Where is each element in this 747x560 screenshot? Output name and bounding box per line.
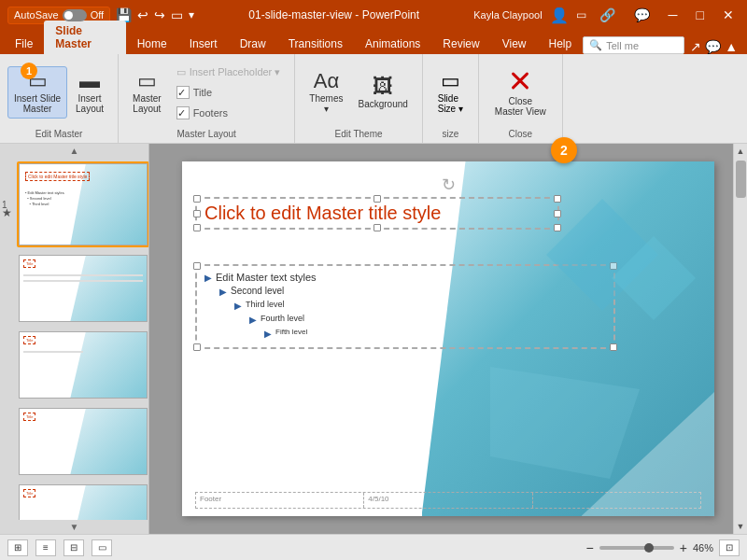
- bullet-text-1: Edit Master text styles: [216, 272, 317, 283]
- ribbon-group-edit-theme: Aα Themes ▾ 🖼 Background Edit Theme: [295, 54, 423, 143]
- bullet-arrow-3: ▶: [234, 301, 242, 311]
- star-icon-1: ★: [2, 206, 12, 219]
- tab-insert[interactable]: Insert: [178, 34, 229, 54]
- comments-button[interactable]: 💬: [628, 6, 655, 24]
- zoom-slider-track[interactable]: [599, 546, 674, 550]
- tab-draw[interactable]: Draw: [229, 34, 277, 54]
- slide-panel-item-5[interactable]: Title: [17, 483, 145, 520]
- autosave-toggle[interactable]: [63, 9, 87, 21]
- handle-ml[interactable]: [193, 210, 201, 217]
- footers-checkbox[interactable]: [176, 106, 190, 119]
- footer-center: 4/5/10: [364, 493, 532, 508]
- undo-icon[interactable]: ↩: [137, 7, 148, 22]
- title-bar-right: Kayla Claypool 👤 ▭ 🔗 💬 ─ □ ✕: [473, 6, 740, 24]
- tab-help[interactable]: Help: [538, 34, 584, 54]
- master-layout-button[interactable]: ▭ MasterLayout: [126, 66, 168, 119]
- customize-icon[interactable]: ▾: [189, 8, 194, 21]
- search-placeholder: Tell me: [606, 40, 639, 51]
- slide-panel-item-4[interactable]: Title: [17, 406, 145, 477]
- handle-br[interactable]: [554, 224, 561, 231]
- share-button[interactable]: 🔗: [594, 6, 621, 24]
- callout-badge-1: 1: [21, 63, 37, 79]
- account-icon[interactable]: 👤: [550, 7, 569, 24]
- insert-slide-master-wrap: 1 ▭ Insert SlideMaster: [7, 66, 67, 119]
- scrollbar-right: ▲ ▼: [733, 144, 747, 534]
- bullet-level5: ▶ Fifth level: [264, 328, 606, 339]
- panel-scroll-up[interactable]: ▲: [0, 144, 148, 158]
- handle-tl[interactable]: [193, 195, 201, 203]
- fit-slide-button[interactable]: ⊡: [719, 539, 740, 556]
- title-checkbox-label: Title: [193, 87, 212, 98]
- background-button[interactable]: 🖼 Background: [351, 72, 414, 114]
- rotate-handle[interactable]: ↻: [442, 175, 456, 195]
- tab-slide-master[interactable]: Slide Master: [44, 21, 125, 54]
- handle-tm[interactable]: [374, 195, 381, 203]
- close-button[interactable]: ✕: [717, 6, 740, 24]
- content-handle-bl[interactable]: [193, 343, 201, 351]
- content-handle-tl[interactable]: [193, 262, 201, 270]
- title-checkbox-row[interactable]: Title: [170, 83, 288, 102]
- autosave-label: AutoSave: [14, 9, 59, 21]
- themes-button[interactable]: Aα Themes ▾: [303, 66, 349, 119]
- master-layout-label: MasterLayout: [133, 93, 162, 114]
- footer-left: Footer: [196, 493, 364, 508]
- title-checkbox[interactable]: [176, 86, 190, 99]
- handle-bl[interactable]: [193, 224, 201, 231]
- panel-scroll-down[interactable]: ▼: [0, 520, 148, 534]
- zoom-minus-button[interactable]: −: [586, 540, 594, 555]
- maximize-button[interactable]: □: [691, 6, 710, 24]
- slide-thumb-3[interactable]: Title: [17, 329, 149, 400]
- slide-size-icon: ▭: [441, 71, 460, 91]
- close-master-view-button[interactable]: CloseMaster View: [486, 63, 555, 121]
- slide-size-label: SlideSize ▾: [438, 93, 463, 114]
- insert-layout-label: InsertLayout: [76, 93, 104, 114]
- tab-home[interactable]: Home: [126, 34, 178, 54]
- size-content: ▭ SlideSize ▾: [431, 58, 470, 127]
- slide-panel-item-3[interactable]: Title: [17, 329, 145, 400]
- slide-size-button[interactable]: ▭ SlideSize ▾: [431, 66, 470, 119]
- callout-badge-2: 2: [551, 137, 577, 163]
- slide-thumb-5[interactable]: Title: [17, 483, 149, 520]
- search-box[interactable]: 🔍 Tell me: [583, 36, 684, 54]
- normal-view-button[interactable]: ⊞: [7, 539, 28, 556]
- comments-ribbon-icon[interactable]: 💬: [705, 39, 721, 54]
- scroll-thumb[interactable]: [736, 161, 746, 198]
- slide-panel: 1 ★ Click to edit Master title style • E…: [0, 158, 149, 520]
- slide-thumb-4[interactable]: Title: [17, 406, 149, 477]
- scroll-down-button[interactable]: ▼: [734, 519, 747, 534]
- tab-file[interactable]: File: [4, 34, 44, 54]
- insert-slide-master-button[interactable]: ▭ Insert SlideMaster: [7, 66, 67, 119]
- tab-view[interactable]: View: [491, 34, 538, 54]
- tab-animations[interactable]: Animations: [354, 34, 431, 54]
- content-placeholder[interactable]: ▶ Edit Master text styles ▶ Second level…: [195, 264, 615, 349]
- slide-sorter-button[interactable]: ⊟: [63, 539, 84, 556]
- slide-thumb-1[interactable]: Click to edit Master title style • Edit …: [17, 161, 149, 247]
- slide-panel-item-1[interactable]: 1 ★ Click to edit Master title style • E…: [4, 161, 145, 247]
- outline-view-button[interactable]: ≡: [35, 539, 56, 556]
- present-icon[interactable]: ▭: [171, 7, 183, 22]
- footers-checkbox-row[interactable]: Footers: [170, 104, 288, 122]
- ribbon-toggle-icon[interactable]: ▭: [576, 8, 586, 21]
- tab-review[interactable]: Review: [431, 34, 490, 54]
- slide-panel-item-2[interactable]: Title: [17, 253, 145, 324]
- scroll-up-button[interactable]: ▲: [734, 144, 747, 159]
- handle-tr[interactable]: [554, 195, 561, 203]
- zoom-slider-thumb[interactable]: [644, 543, 654, 553]
- handle-bm[interactable]: [374, 224, 381, 231]
- ribbon-expand-icon[interactable]: ▲: [725, 39, 738, 54]
- zoom-plus-button[interactable]: +: [680, 540, 687, 555]
- handle-mr[interactable]: [554, 210, 561, 217]
- background-icon: 🖼: [373, 77, 393, 97]
- tab-transitions[interactable]: Transitions: [277, 34, 354, 54]
- minimize-button[interactable]: ─: [663, 6, 684, 24]
- redo-icon[interactable]: ↪: [154, 7, 165, 22]
- share-ribbon-icon[interactable]: ↗: [690, 39, 701, 54]
- slide-thumb-2[interactable]: Title: [17, 253, 149, 324]
- insert-layout-button[interactable]: ▬ InsertLayout: [69, 66, 110, 119]
- insert-placeholder-button: ▭ Insert Placeholder ▾: [170, 63, 288, 81]
- bullet-level2: ▶ Second level: [219, 286, 606, 297]
- master-layout-icon: ▭: [137, 71, 157, 91]
- reading-view-button[interactable]: ▭: [92, 539, 112, 556]
- title-placeholder[interactable]: Click to edit Master title style: [195, 197, 559, 230]
- content-handle-br[interactable]: [610, 343, 617, 351]
